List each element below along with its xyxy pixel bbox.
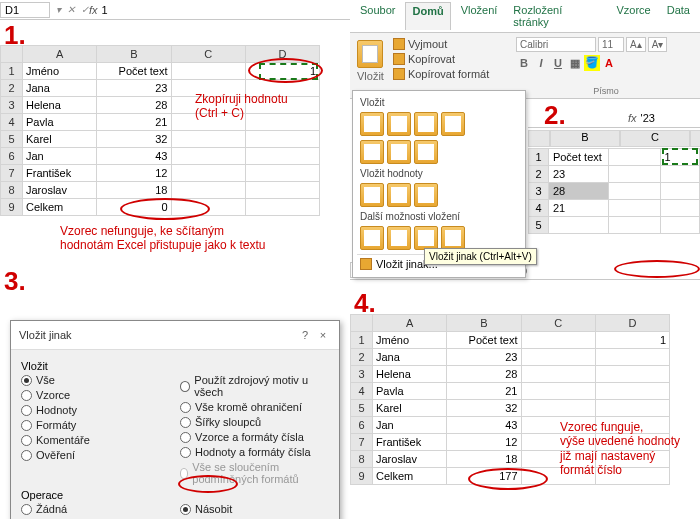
radio-option[interactable]: Použít zdrojový motiv u všech — [180, 374, 329, 398]
col-header[interactable]: A — [23, 46, 97, 63]
cell[interactable]: 18 — [97, 182, 171, 199]
paste-other-icon[interactable] — [441, 226, 465, 250]
ribbon-tab[interactable]: Vložení — [455, 2, 504, 30]
paste-option-icon[interactable] — [360, 140, 384, 164]
radio-option[interactable]: Vzorce a formáty čísla — [180, 431, 329, 443]
cell[interactable] — [608, 217, 660, 234]
dialog-close-button[interactable]: × — [315, 327, 331, 343]
cell[interactable]: Jan — [23, 148, 97, 165]
row-header[interactable]: 5 — [351, 400, 373, 417]
paste-values-icon[interactable] — [414, 183, 438, 207]
cell[interactable] — [608, 166, 660, 183]
cell[interactable]: 1 — [660, 149, 699, 166]
cell[interactable]: Karel — [373, 400, 447, 417]
paste-button[interactable]: Vložit — [354, 37, 387, 85]
row-header[interactable]: 8 — [1, 182, 23, 199]
paste-option-icon[interactable] — [387, 140, 411, 164]
worksheet-grid[interactable]: ABCD1JménoPočet text12Jana233Helena284Pa… — [0, 45, 320, 216]
increase-font-button[interactable]: A▴ — [626, 37, 646, 52]
row-header[interactable]: 7 — [1, 165, 23, 182]
row-header[interactable]: 3 — [529, 183, 549, 200]
cell[interactable] — [171, 182, 245, 199]
paste-option-icon[interactable] — [360, 112, 384, 136]
cell[interactable] — [171, 148, 245, 165]
row-header[interactable]: 9 — [351, 468, 373, 485]
cell[interactable]: 21 — [548, 200, 608, 217]
row-header[interactable]: 3 — [351, 366, 373, 383]
radio-option[interactable]: Šířky sloupců — [180, 416, 329, 428]
cell[interactable]: Celkem — [373, 468, 447, 485]
cell[interactable] — [608, 183, 660, 200]
cell[interactable]: 0 — [97, 199, 171, 216]
paste-other-icon[interactable] — [387, 226, 411, 250]
cell[interactable] — [245, 131, 319, 148]
cell[interactable] — [595, 383, 669, 400]
cell[interactable] — [608, 200, 660, 217]
cell[interactable]: Pavla — [23, 114, 97, 131]
radio-option[interactable]: Formáty — [21, 419, 170, 431]
radio-option[interactable]: Ověření — [21, 449, 170, 461]
cell[interactable]: 1 — [245, 63, 319, 80]
cell[interactable]: Celkem — [23, 199, 97, 216]
cell[interactable]: 12 — [447, 434, 521, 451]
cell[interactable]: 23 — [447, 349, 521, 366]
cell[interactable]: 12 — [97, 165, 171, 182]
border-button[interactable]: ▦ — [567, 55, 583, 71]
paste-option-icon[interactable] — [441, 112, 465, 136]
cell[interactable] — [521, 400, 595, 417]
worksheet-grid-2[interactable]: 1Počet text12233284215 — [528, 148, 700, 234]
cell[interactable]: Jméno — [373, 332, 447, 349]
cell[interactable] — [245, 199, 319, 216]
clipboard-item[interactable]: Kopírovat — [391, 52, 491, 66]
italic-button[interactable]: I — [533, 55, 549, 71]
ribbon-tab[interactable]: Soubor — [354, 2, 401, 30]
formula-input[interactable]: 1 — [102, 4, 108, 16]
cell[interactable] — [245, 182, 319, 199]
formula-input-2[interactable]: '23 — [641, 112, 655, 124]
bold-button[interactable]: B — [516, 55, 532, 71]
cell[interactable] — [521, 349, 595, 366]
paste-option-icon[interactable] — [387, 112, 411, 136]
radio-option[interactable]: Hodnoty — [21, 404, 170, 416]
cell[interactable]: 21 — [447, 383, 521, 400]
cell[interactable] — [548, 217, 608, 234]
cell[interactable]: Počet text — [548, 149, 608, 166]
row-header[interactable]: 4 — [351, 383, 373, 400]
paste-other-icon[interactable] — [360, 226, 384, 250]
paste-option-icon[interactable] — [414, 140, 438, 164]
paste-option-icon[interactable] — [414, 112, 438, 136]
cell[interactable]: 43 — [97, 148, 171, 165]
row-header[interactable]: 6 — [351, 417, 373, 434]
clipboard-item[interactable]: Kopírovat formát — [391, 67, 491, 81]
cell[interactable]: 32 — [97, 131, 171, 148]
cell[interactable] — [660, 166, 699, 183]
cell[interactable] — [171, 199, 245, 216]
ribbon-tab[interactable]: Vzorce — [611, 2, 657, 30]
cell[interactable] — [521, 383, 595, 400]
cell[interactable] — [608, 149, 660, 166]
col-header[interactable]: B — [447, 315, 521, 332]
radio-option[interactable]: Násobit — [180, 503, 329, 515]
cell[interactable]: Karel — [23, 131, 97, 148]
row-header[interactable]: 7 — [351, 434, 373, 451]
underline-button[interactable]: U — [550, 55, 566, 71]
col-header[interactable]: A — [373, 315, 447, 332]
cell[interactable] — [660, 200, 699, 217]
cell[interactable] — [245, 165, 319, 182]
row-header[interactable]: 5 — [529, 217, 549, 234]
col-header[interactable]: D — [245, 46, 319, 63]
decrease-font-button[interactable]: A▾ — [648, 37, 668, 52]
col-header[interactable]: C — [171, 46, 245, 63]
ribbon-tab[interactable]: Data — [661, 2, 696, 30]
row-header[interactable]: 4 — [1, 114, 23, 131]
col-header[interactable]: B — [97, 46, 171, 63]
font-name-select[interactable]: Calibri — [516, 37, 596, 52]
cell[interactable] — [660, 217, 699, 234]
cell[interactable]: 32 — [447, 400, 521, 417]
row-header[interactable]: 2 — [1, 80, 23, 97]
cell[interactable]: 23 — [548, 166, 608, 183]
col-header[interactable]: C — [521, 315, 595, 332]
cell[interactable]: 1 — [595, 332, 669, 349]
cell[interactable]: 21 — [97, 114, 171, 131]
cell[interactable]: 177 — [447, 468, 521, 485]
